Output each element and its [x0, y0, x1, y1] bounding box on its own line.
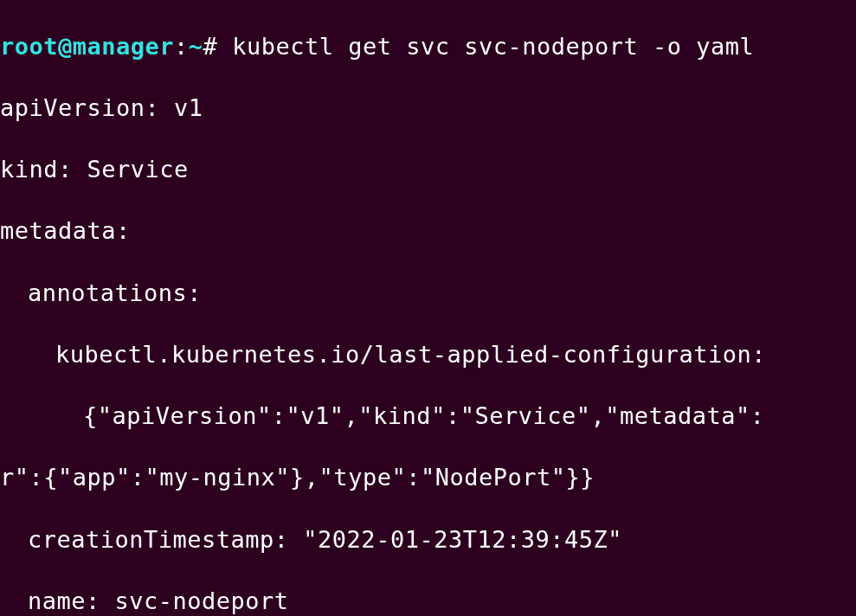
output-line: {"apiVersion":"v1","kind":"Service","met…: [0, 401, 856, 432]
command-text: kubectl get svc svc-nodeport -o yaml: [232, 33, 754, 60]
output-line: annotations:: [0, 278, 856, 309]
terminal-output: root@manager:~# kubectl get svc svc-node…: [0, 0, 856, 616]
output-line: kind: Service: [0, 154, 856, 185]
output-line: apiVersion: v1: [0, 93, 856, 124]
output-line: metadata:: [0, 215, 856, 247]
prompt-path: ~: [189, 33, 203, 60]
prompt-symbol: #: [203, 33, 233, 60]
output-line: kubectl.kubernetes.io/last-applied-confi…: [0, 339, 856, 370]
prompt-separator: :: [174, 33, 189, 60]
output-line: creationTimestamp: "2022-01-23T12:39:45Z…: [0, 524, 856, 555]
command-line: root@manager:~# kubectl get svc svc-node…: [0, 31, 856, 62]
prompt-user-host: root@manager: [0, 33, 174, 60]
output-line: name: svc-nodeport: [0, 586, 856, 616]
output-line: r":{"app":"my-nginx"},"type":"NodePort"}…: [0, 462, 856, 493]
